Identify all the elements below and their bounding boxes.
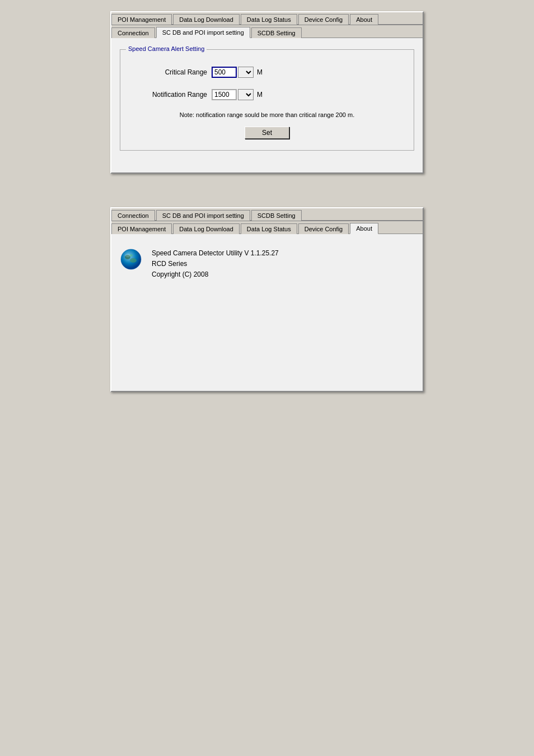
subtab-sc-db[interactable]: SC DB and POI import setting [156,27,250,38]
window-1: POI Management Data Log Download Data Lo… [110,11,424,174]
tab-data-log-download[interactable]: Data Log Download [173,14,240,25]
tab-data-log-status[interactable]: Data Log Status [241,14,297,25]
window-2: Connection SC DB and POI import setting … [110,207,424,392]
about-copyright: Copyright (C) 2008 [152,269,279,280]
notification-range-row: Notification Range ▼ M [129,89,405,100]
tab-device-config[interactable]: Device Config [298,14,349,25]
tab-w2-scdb-setting[interactable]: SCDB Setting [251,210,302,221]
tab-row-1: POI Management Data Log Download Data Lo… [111,12,423,25]
svg-point-2 [130,258,137,263]
tab-w2-data-log-download[interactable]: Data Log Download [173,223,240,234]
set-button[interactable]: Set [245,127,289,139]
tab-row-sub-w2: Connection SC DB and POI import setting … [111,208,423,221]
critical-range-input[interactable] [212,67,237,78]
app-icon [120,248,143,272]
tab-row-main-w2: POI Management Data Log Download Data Lo… [111,221,423,234]
groupbox-title: Speed Camera Alert Setting [126,45,207,52]
note-text: Note: notification range sould be more t… [129,111,405,118]
tab-w2-data-log-status[interactable]: Data Log Status [241,223,297,234]
notification-range-label: Notification Range [129,91,207,99]
subtab-scdb-setting[interactable]: SCDB Setting [251,27,302,38]
notification-range-unit: M [257,91,263,99]
speed-camera-alert-groupbox: Speed Camera Alert Setting Critical Rang… [120,49,414,151]
window-1-content: Speed Camera Alert Setting Critical Rang… [111,38,423,172]
tab-w2-poi-management[interactable]: POI Management [111,223,172,234]
tab-poi-management[interactable]: POI Management [111,14,172,25]
tab-row-2: Connection SC DB and POI import setting … [111,25,423,38]
about-content: Speed Camera Detector Utility V 1.1.25.2… [111,234,423,391]
tab-w2-about[interactable]: About [350,223,378,234]
about-text-block: Speed Camera Detector Utility V 1.1.25.2… [152,245,279,281]
critical-range-select[interactable]: ▼ [238,67,254,78]
tab-w2-device-config[interactable]: Device Config [298,223,349,234]
about-app-name: Speed Camera Detector Utility V 1.1.25.2… [152,248,279,259]
tab-about[interactable]: About [350,14,378,25]
tab-w2-connection[interactable]: Connection [111,210,155,221]
tab-w2-sc-db[interactable]: SC DB and POI import setting [156,210,250,221]
critical-range-row: Critical Range ▼ M [129,67,405,78]
svg-point-4 [125,254,130,257]
notification-range-input[interactable] [212,89,237,100]
notification-range-select[interactable]: ▼ [238,89,254,100]
about-series: RCD Series [152,259,279,269]
critical-range-unit: M [257,68,263,76]
subtab-connection[interactable]: Connection [111,27,155,38]
critical-range-label: Critical Range [129,68,207,76]
